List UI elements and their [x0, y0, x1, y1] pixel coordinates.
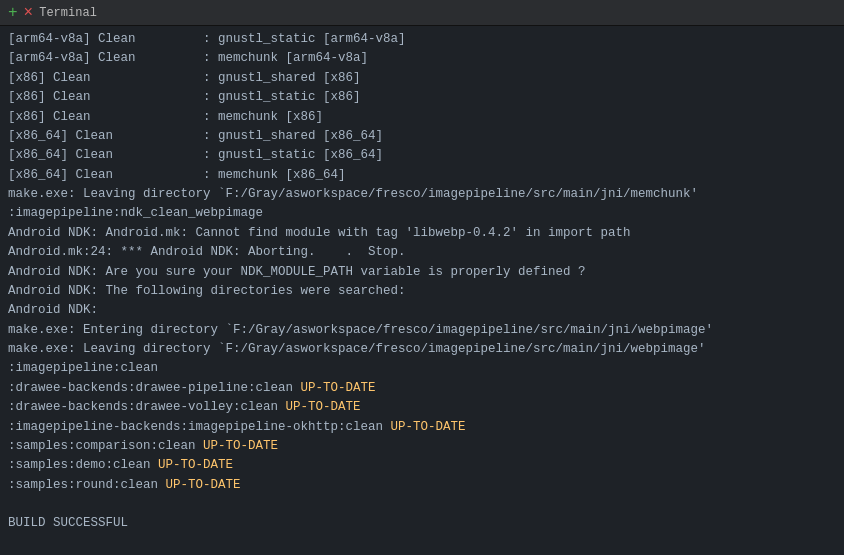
terminal-line: [x86] Clean : gnustl_static [x86] — [8, 88, 836, 107]
terminal-line: Android.mk:24: *** Android NDK: Aborting… — [8, 243, 836, 262]
up-to-date-badge: UP-TO-DATE — [158, 458, 233, 472]
terminal-line: [x86_64] Clean : memchunk [x86_64] — [8, 166, 836, 185]
terminal-line: make.exe: Entering directory `F:/Gray/as… — [8, 321, 836, 340]
terminal-line: make.exe: Leaving directory `F:/Gray/asw… — [8, 185, 836, 204]
up-to-date-badge: UP-TO-DATE — [391, 420, 466, 434]
terminal-line: [x86_64] Clean : gnustl_shared [x86_64] — [8, 127, 836, 146]
terminal-line: :drawee-backends:drawee-volley:clean UP-… — [8, 398, 836, 417]
terminal-line: :samples:round:clean UP-TO-DATE — [8, 476, 836, 495]
terminal-line: [arm64-v8a] Clean : gnustl_static [arm64… — [8, 30, 836, 49]
up-to-date-badge: UP-TO-DATE — [203, 439, 278, 453]
up-to-date-badge: UP-TO-DATE — [286, 400, 361, 414]
terminal-line: make.exe: Leaving directory `F:/Gray/asw… — [8, 340, 836, 359]
terminal-line — [8, 495, 836, 514]
title-bar: + × Terminal — [0, 0, 844, 26]
terminal-line: :samples:comparison:clean UP-TO-DATE — [8, 437, 836, 456]
terminal-line: :imagepipeline:ndk_clean_webpimage — [8, 204, 836, 223]
terminal-line: BUILD SUCCESSFUL — [8, 514, 836, 533]
terminal-line — [8, 534, 836, 553]
terminal-line: [x86_64] Clean : gnustl_static [x86_64] — [8, 146, 836, 165]
add-tab-icon[interactable]: + — [8, 5, 18, 21]
terminal-line: [arm64-v8a] Clean : memchunk [arm64-v8a] — [8, 49, 836, 68]
up-to-date-badge: UP-TO-DATE — [301, 381, 376, 395]
up-to-date-badge: UP-TO-DATE — [166, 478, 241, 492]
title-bar-label: Terminal — [39, 6, 97, 20]
terminal-line: [x86] Clean : gnustl_shared [x86] — [8, 69, 836, 88]
terminal-line: Android NDK: Are you sure your NDK_MODUL… — [8, 263, 836, 282]
terminal-line: Android NDK: The following directories w… — [8, 282, 836, 301]
terminal-line: :imagepipeline-backends:imagepipeline-ok… — [8, 418, 836, 437]
close-tab-icon[interactable]: × — [24, 5, 34, 21]
terminal-output[interactable]: [arm64-v8a] Clean : gnustl_static [arm64… — [0, 26, 844, 555]
terminal-line: Android NDK: — [8, 301, 836, 320]
terminal-line: [x86] Clean : memchunk [x86] — [8, 108, 836, 127]
terminal-line: :imagepipeline:clean — [8, 359, 836, 378]
terminal-line: Android NDK: Android.mk: Cannot find mod… — [8, 224, 836, 243]
terminal-window: + × Terminal [arm64-v8a] Clean : gnustl_… — [0, 0, 844, 555]
terminal-line: :drawee-backends:drawee-pipeline:clean U… — [8, 379, 836, 398]
terminal-line: :samples:demo:clean UP-TO-DATE — [8, 456, 836, 475]
